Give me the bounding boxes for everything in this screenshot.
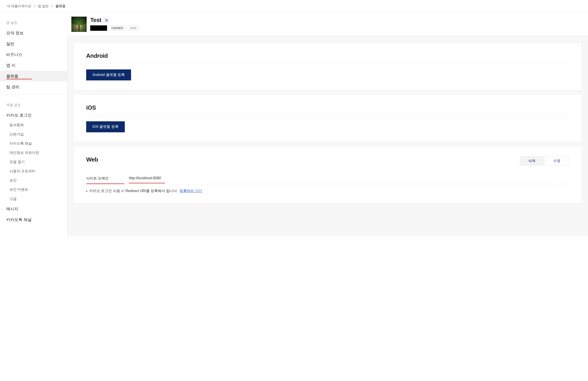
sidebar-group-header: 제품 설정: [0, 95, 67, 110]
sidebar-item-platform[interactable]: 플랫폼: [0, 71, 67, 82]
android-register-button[interactable]: Android 플랫폼 등록: [86, 69, 131, 80]
sidebar-subitem-unlink[interactable]: 연결 끊기: [0, 157, 67, 167]
sidebar-group-header: 앱 설정: [0, 13, 67, 28]
bullet-icon: •: [86, 189, 87, 193]
site-domain-label: 사이트 도메인: [86, 176, 124, 181]
sidebar: 앱 설정 요약 정보 일반 비즈니스 앱 키 플랫폼 팀 관리 제품 설정 카카…: [0, 13, 67, 236]
main: Test OWNER Web A: [67, 13, 588, 236]
section-title: iOS: [86, 104, 569, 111]
breadcrumb-current: 플랫폼: [55, 4, 65, 8]
web-section: Web 삭제 수정 사이트 도메인 http://localhost:8080 …: [74, 147, 581, 203]
site-domain-value: http://localhost:8080: [129, 176, 165, 180]
app-title: Test: [90, 17, 102, 23]
sidebar-item-team[interactable]: 팀 관리: [0, 82, 67, 92]
breadcrumb-sep: >: [51, 4, 53, 8]
app-id-chip: [90, 25, 107, 31]
svg-point-4: [105, 21, 105, 21]
svg-rect-1: [106, 19, 108, 19]
breadcrumb-item[interactable]: 앱 설정: [38, 4, 49, 8]
sidebar-item-ktchannel[interactable]: 카카오톡 채널: [0, 214, 67, 225]
svg-rect-3: [106, 20, 108, 21]
sidebar-subitem-simplesignup[interactable]: 간편가입: [0, 130, 67, 139]
svg-rect-5: [106, 21, 108, 21]
sidebar-item-kakaologin[interactable]: 카카오 로그인: [0, 110, 67, 121]
web-edit-button[interactable]: 수정: [545, 156, 569, 166]
sidebar-item-label: 플랫폼: [6, 73, 18, 79]
sidebar-subitem-ktchannel[interactable]: 카카오톡 채널: [0, 139, 67, 148]
sidebar-item-summary[interactable]: 요약 정보: [0, 28, 67, 38]
sidebar-subitem-securityevent[interactable]: 보안 이벤트: [0, 185, 67, 194]
note-text: 카카오 로그인 사용 시 Redirect URI를 등록해야 합니다.: [89, 189, 178, 193]
app-list-button[interactable]: [104, 18, 109, 23]
sidebar-item-appkey[interactable]: 앱 키: [0, 60, 67, 71]
android-section: Android Android 플랫폼 등록: [74, 43, 581, 90]
sidebar-item-message[interactable]: 메시지: [0, 203, 67, 214]
web-delete-button[interactable]: 삭제: [520, 156, 544, 166]
section-title: Web: [86, 156, 98, 163]
sidebar-item-business[interactable]: 비즈니스: [0, 49, 67, 60]
web-tag: Web: [128, 26, 139, 31]
list-icon: [105, 19, 108, 22]
sidebar-subitem-security[interactable]: 보안: [0, 176, 67, 185]
sidebar-item-general[interactable]: 일반: [0, 38, 67, 49]
section-title: Android: [86, 52, 569, 59]
redirect-note: • 카카오 로그인 사용 시 Redirect URI를 등록해야 합니다. 등…: [86, 189, 569, 193]
ios-section: iOS iOS 플랫폼 등록: [74, 95, 581, 142]
sidebar-subitem-advanced[interactable]: 고급: [0, 194, 67, 203]
site-domain-row: 사이트 도메인 http://localhost:8080: [86, 173, 569, 184]
app-thumbnail: [71, 17, 87, 32]
svg-point-0: [105, 19, 105, 19]
register-redirect-link[interactable]: 등록하러 가기: [180, 189, 202, 193]
app-header: Test OWNER Web: [67, 13, 588, 36]
sidebar-subitem-userproperty[interactable]: 사용자 프로퍼티: [0, 167, 67, 176]
sidebar-subitem-consent[interactable]: 동의항목: [0, 121, 67, 130]
breadcrumb: 내 애플리케이션 > 앱 설정 > 플랫폼: [0, 0, 588, 13]
divider: [86, 115, 569, 115]
breadcrumb-sep: >: [33, 4, 36, 8]
svg-point-2: [105, 20, 105, 20]
owner-tag: OWNER: [109, 26, 126, 31]
ios-register-button[interactable]: iOS 플랫폼 등록: [86, 121, 125, 132]
divider: [86, 63, 569, 64]
sidebar-subitem-privacyabroad[interactable]: 개인정보 국외이전: [0, 148, 67, 157]
breadcrumb-item[interactable]: 내 애플리케이션: [7, 4, 31, 8]
